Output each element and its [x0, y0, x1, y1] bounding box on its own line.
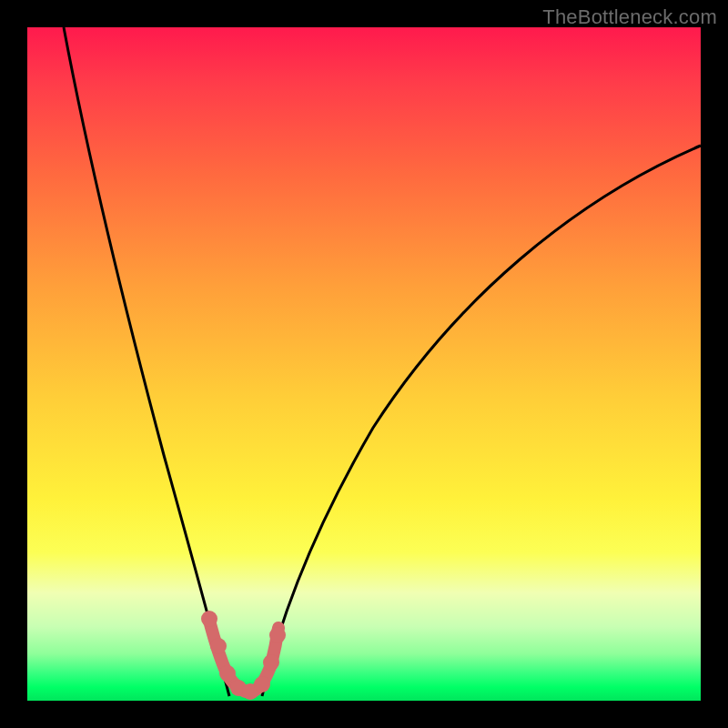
curve-right-branch [262, 146, 701, 696]
watermark-text: TheBottleneck.com [542, 5, 717, 29]
svg-point-5 [254, 676, 270, 693]
svg-point-6 [263, 654, 279, 671]
svg-point-0 [201, 611, 217, 627]
plot-area [27, 27, 701, 701]
svg-point-2 [219, 665, 236, 682]
svg-point-1 [210, 638, 227, 654]
curve-left-branch [64, 27, 229, 696]
bottleneck-chart [27, 27, 701, 701]
svg-point-7 [269, 627, 286, 643]
